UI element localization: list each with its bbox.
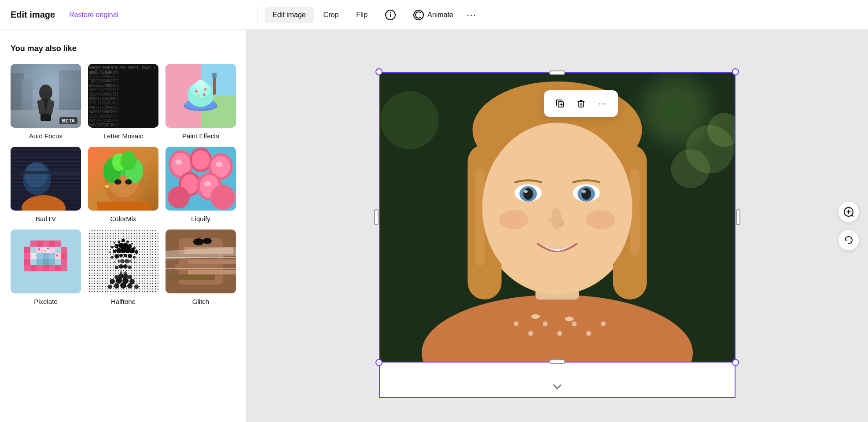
reset-icon [843,235,854,245]
svg-point-126 [121,239,125,242]
restore-original-button[interactable]: Restore original [69,11,118,19]
svg-rect-51 [11,175,81,176]
svg-rect-7 [40,99,51,121]
trash-icon [576,99,586,108]
effect-item-paint-effects[interactable]: Paint Effects [166,64,236,140]
svg-rect-38 [213,77,216,95]
canvas-workspace: ··· [366,54,749,398]
handle-bottom-right[interactable] [732,359,739,366]
effect-item-letter-mosaic[interactable]: 8A4C7F2B1E9D3G ABCDEFGHIJKLMN 012345OPQR… [88,64,158,140]
svg-point-210 [524,190,528,193]
svg-rect-54 [11,185,81,186]
svg-point-152 [129,260,132,263]
effect-item-pixel[interactable]: Pixelate [11,230,81,305]
svg-point-198 [601,322,606,326]
top-bar: Edit image Restore original Edit image C… [0,0,868,30]
delete-button[interactable] [572,95,590,112]
effect-name-paint-effects: Paint Effects [182,132,219,140]
handle-bottom-left[interactable] [375,359,383,366]
svg-point-193 [528,331,533,336]
svg-point-196 [572,322,577,326]
svg-point-153 [134,261,136,263]
comment-plus-icon [843,207,854,217]
svg-point-124 [114,242,115,244]
svg-point-6 [39,85,52,100]
handle-top-right[interactable] [732,68,739,75]
svg-rect-122 [56,255,58,256]
nav-animate-button[interactable]: Animate [405,5,461,25]
svg-rect-177 [188,259,236,264]
handle-top-center[interactable] [549,70,565,75]
paint-effects-preview [166,64,236,128]
animate-icon [413,10,424,20]
duplicate-button[interactable] [551,95,569,112]
svg-point-149 [118,260,120,263]
nav-more-button[interactable]: ··· [463,6,481,24]
more-options-button[interactable]: ··· [593,95,611,112]
svg-text:UVWXY3456ZABCD: UVWXY3456ZABCD [89,97,119,101]
svg-point-214 [582,190,586,193]
svg-point-135 [109,252,111,253]
svg-rect-95 [61,247,67,253]
panel-header: Edit image Restore original [11,10,257,20]
svg-point-169 [114,283,119,289]
svg-point-162 [123,274,128,279]
svg-text:8A4C7F2B1E9D3G: 8A4C7F2B1E9D3G [89,66,119,70]
effect-item-badtv[interactable]: BadTV [11,147,81,222]
comment-button[interactable] [838,201,859,222]
svg-rect-96 [24,253,30,259]
thumb-bg-badtv [11,147,81,211]
svg-rect-99 [43,253,49,259]
svg-rect-89 [30,241,37,247]
nav-edit-image-button[interactable]: Edit image [265,7,314,23]
svg-rect-90 [37,241,43,247]
svg-rect-120 [44,250,46,252]
svg-rect-9 [45,100,54,115]
svg-rect-107 [30,265,37,271]
thumb-bg-colormix [88,147,158,211]
below-image-area [379,363,736,398]
badtv-preview [11,147,81,211]
nav-crop-button[interactable]: Crop [316,7,347,23]
svg-point-85 [175,159,182,165]
pixel-preview [11,230,81,293]
handle-top-left[interactable] [375,68,383,75]
effect-item-colormix[interactable]: ColorMix [88,147,158,222]
chevron-down-icon [552,383,563,390]
svg-point-164 [110,279,115,284]
svg-point-147 [133,256,136,259]
svg-point-163 [128,275,132,279]
svg-point-128 [131,243,133,244]
more-dots-label: ··· [598,100,606,107]
svg-rect-180 [169,274,215,280]
svg-rect-176 [174,254,218,259]
svg-rect-108 [37,265,43,271]
handle-bottom-center[interactable] [549,359,565,364]
nav-info-button[interactable]: i [377,5,404,25]
svg-rect-94 [24,247,30,253]
svg-rect-49 [11,168,81,169]
effect-name-colormix: ColorMix [110,215,136,222]
effect-item-glitch[interactable]: Glitch [166,230,236,305]
svg-point-158 [120,271,122,274]
handle-right-center[interactable] [736,209,740,225]
svg-rect-221 [579,102,583,107]
svg-point-156 [123,264,128,269]
duplicate-icon [555,99,565,108]
effect-item-halftone[interactable]: Halftone [88,230,158,305]
svg-text:9ABCDEFGHIJKLM: 9ABCDEFGHIJKLM [89,123,119,127]
svg-text:012345OPQRSTUV: 012345OPQRSTUV [89,75,119,79]
svg-text:ABCDEFGHIJKLMN: ABCDEFGHIJKLMN [89,70,119,74]
svg-point-145 [124,254,127,257]
effect-item-liquify[interactable]: Liquify [166,147,236,222]
svg-point-150 [120,259,125,263]
svg-point-181 [193,238,204,245]
effect-thumb-paint-effects [166,64,236,128]
svg-point-151 [125,259,129,263]
nav-flip-button[interactable]: Flip [348,7,375,23]
effect-thumb-auto-focus: BETA [11,64,81,128]
bottom-chevron [552,382,563,392]
effect-item-auto-focus[interactable]: BETA Auto Focus [11,64,81,140]
handle-left-center[interactable] [374,209,379,225]
reset-button[interactable] [838,230,859,251]
